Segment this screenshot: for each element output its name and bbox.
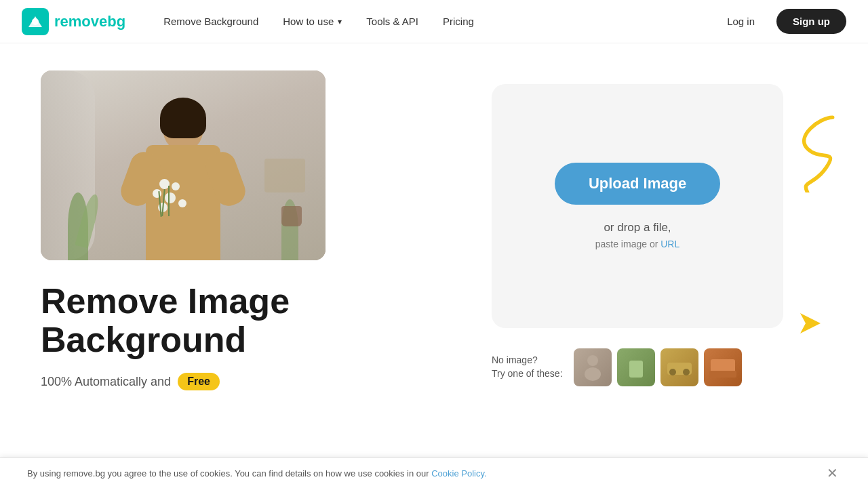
svg-rect-10 <box>709 371 736 378</box>
no-image-text: No image? Try one of these: <box>492 354 563 380</box>
sample-thumb-4[interactable] <box>704 348 742 386</box>
no-image-section: No image? Try one of these: <box>492 342 783 393</box>
logo-text: removebg <box>54 13 125 30</box>
svg-point-7 <box>669 369 676 375</box>
thumb-3-icon <box>666 357 693 378</box>
hero-image-placeholder <box>41 70 326 260</box>
svg-point-4 <box>585 367 601 381</box>
sample-thumb-1[interactable] <box>574 348 612 386</box>
nav-links: Remove Background How to use Tools & API… <box>153 10 713 33</box>
sample-thumb-3[interactable] <box>660 348 698 386</box>
hero-title: Remove Image Background <box>41 282 420 359</box>
hero-subtitle: 100% Automatically and Free <box>41 373 420 390</box>
deco-squiggle <box>780 111 848 192</box>
sample-thumb-2[interactable] <box>617 348 655 386</box>
url-link[interactable]: URL <box>660 239 679 249</box>
upload-image-button[interactable]: Upload Image <box>555 163 720 205</box>
main-content: Remove Image Background 100% Automatical… <box>0 43 868 455</box>
nav-tools-api[interactable]: Tools & API <box>355 10 429 33</box>
logo[interactable]: removebg <box>22 8 125 35</box>
sample-thumbnails <box>574 348 742 386</box>
nav-pricing[interactable]: Pricing <box>432 10 485 33</box>
left-section: Remove Image Background 100% Automatical… <box>41 70 448 455</box>
navbar: removebg Remove Background How to use To… <box>0 0 868 43</box>
svg-point-3 <box>587 355 598 366</box>
nav-actions: Log in Sign up <box>713 9 846 34</box>
nav-remove-background[interactable]: Remove Background <box>153 10 269 33</box>
nav-how-to-use[interactable]: How to use <box>272 10 353 33</box>
svg-point-1 <box>32 18 39 25</box>
free-badge: Free <box>178 373 220 390</box>
thumb-2-icon <box>626 354 646 381</box>
svg-point-8 <box>683 369 690 375</box>
thumb-4-icon <box>709 356 736 380</box>
deco-arrow <box>800 313 821 333</box>
thumb-1-icon <box>583 354 603 381</box>
login-button[interactable]: Log in <box>713 10 768 33</box>
drop-text: or drop a file, <box>604 221 671 235</box>
upload-drop-zone[interactable]: Upload Image or drop a file, paste image… <box>492 84 783 328</box>
logo-icon <box>22 8 49 35</box>
svg-marker-2 <box>800 313 821 333</box>
signup-button[interactable]: Sign up <box>776 9 846 34</box>
hero-image <box>41 70 326 260</box>
paste-text: paste image or URL <box>595 239 680 249</box>
right-section: Upload Image or drop a file, paste image… <box>448 70 827 455</box>
svg-rect-5 <box>629 361 643 378</box>
